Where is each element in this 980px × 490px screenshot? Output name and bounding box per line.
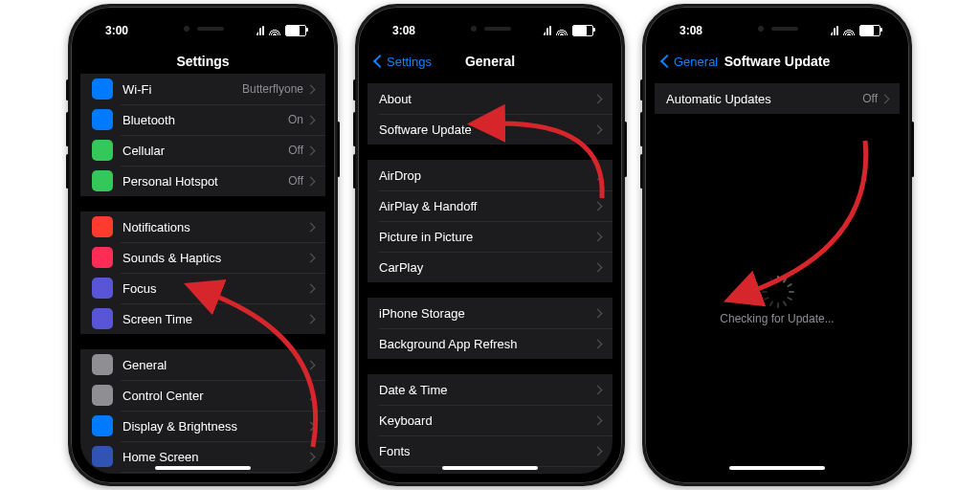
settings-row[interactable]: Display & Brightness (80, 411, 325, 441)
chevron-right-icon (306, 360, 316, 369)
settings-row[interactable]: CellularOff (80, 135, 325, 166)
chevron-right-icon (593, 308, 603, 318)
settings-group: AboutSoftware Update (368, 83, 612, 145)
chevron-right-icon (593, 262, 603, 272)
row-label: Screen Time (122, 312, 307, 326)
home-indicator[interactable] (729, 466, 825, 470)
row-label: Control Center (122, 389, 307, 403)
update-status: Checking for Update... (655, 281, 900, 325)
settings-row[interactable]: General (80, 349, 325, 380)
chevron-right-icon (593, 232, 603, 241)
settings-row[interactable]: About (368, 83, 612, 114)
chevron-right-icon (593, 339, 603, 348)
row-label: Keyboard (379, 413, 594, 428)
phone-settings: 3:00 Settings Wi-FiButterflyoneBluetooth… (68, 4, 338, 486)
general-list[interactable]: AboutSoftware UpdateAirDropAirPlay & Han… (368, 83, 612, 474)
spinner-icon (767, 281, 788, 302)
chevron-right-icon (593, 170, 603, 180)
chevron-right-icon (306, 222, 316, 232)
row-label: Software Update (379, 122, 594, 137)
chevron-right-icon (306, 283, 316, 293)
settings-row[interactable]: Picture in Picture (368, 221, 612, 252)
settings-group: Date & TimeKeyboardFontsLanguage & Regio… (368, 374, 612, 474)
back-button[interactable]: Settings (375, 55, 432, 69)
focus-icon (92, 278, 113, 299)
bluetooth-icon (92, 109, 113, 130)
row-label: Fonts (379, 444, 594, 458)
status-time: 3:08 (679, 24, 702, 37)
page-title: Settings (176, 54, 229, 69)
settings-row[interactable]: Background App Refresh (368, 328, 612, 359)
settings-row[interactable]: Date & Time (368, 374, 612, 405)
settings-row[interactable]: Wi-FiButterflyone (80, 74, 325, 104)
settings-group: AirDropAirPlay & HandoffPicture in Pictu… (368, 160, 612, 282)
row-label: Cellular (122, 144, 288, 158)
back-button[interactable]: General (662, 55, 718, 69)
settings-row[interactable]: Software Update (368, 114, 612, 145)
row-automatic-updates[interactable]: Automatic Updates Off (655, 83, 900, 114)
wifi-icon (268, 26, 281, 35)
chevron-right-icon (593, 124, 603, 134)
settings-list[interactable]: Wi-FiButterflyoneBluetoothOnCellularOffP… (80, 74, 325, 474)
wifi-icon (555, 26, 568, 35)
battery-icon (572, 25, 593, 36)
chevron-right-icon (306, 115, 316, 124)
row-label: General (122, 358, 307, 372)
hotspot-icon (92, 170, 113, 191)
chevron-right-icon (593, 446, 603, 456)
chevron-right-icon (306, 314, 316, 323)
settings-group: Wi-FiButterflyoneBluetoothOnCellularOffP… (80, 74, 325, 196)
chevron-right-icon (306, 452, 316, 461)
row-label: AirPlay & Handoff (379, 199, 594, 213)
settings-row[interactable]: BluetoothOn (80, 104, 325, 135)
row-label: Background App Refresh (379, 337, 594, 351)
chevron-right-icon (306, 145, 316, 155)
chevron-right-icon (593, 415, 603, 425)
row-label: iPhone Storage (379, 306, 594, 321)
battery-icon (859, 25, 880, 36)
phone-general: 3:08 Settings General AboutSoftware Upda… (355, 4, 625, 486)
screentime-icon (92, 308, 113, 329)
row-label: Sounds & Haptics (122, 251, 307, 265)
settings-row[interactable]: Sounds & Haptics (80, 242, 325, 273)
chevron-right-icon (306, 176, 316, 186)
row-label: CarPlay (379, 260, 594, 275)
row-value: Off (288, 174, 303, 188)
status-text: Checking for Update... (655, 312, 900, 325)
controlcenter-icon (92, 385, 113, 406)
row-value: Off (288, 144, 303, 157)
row-label: Wi-Fi (122, 82, 242, 97)
settings-row[interactable]: CarPlay (368, 252, 612, 282)
nav-bar: General Software Update (655, 45, 900, 78)
row-label: Home Screen (122, 450, 307, 464)
settings-row[interactable]: Accessibility (80, 472, 325, 474)
home-indicator[interactable] (442, 466, 538, 470)
three-phone-tutorial: 3:00 Settings Wi-FiButterflyoneBluetooth… (0, 0, 980, 490)
row-value: On (288, 113, 303, 126)
settings-row[interactable]: Personal HotspotOff (80, 166, 325, 196)
row-label: AirDrop (379, 168, 594, 183)
settings-row[interactable]: Notifications (80, 212, 325, 242)
settings-row[interactable]: AirPlay & Handoff (368, 190, 612, 221)
settings-row[interactable]: iPhone Storage (368, 298, 612, 328)
wifi-icon (842, 26, 856, 35)
chevron-right-icon (593, 385, 603, 394)
general-icon (92, 354, 113, 375)
settings-row[interactable]: Focus (80, 273, 325, 303)
row-value: Off (862, 92, 878, 105)
chevron-right-icon (306, 390, 316, 400)
display-icon (92, 415, 113, 436)
battery-icon (285, 25, 306, 36)
settings-row[interactable]: Control Center (80, 380, 325, 411)
settings-group: NotificationsSounds & HapticsFocusScreen… (80, 212, 325, 334)
nav-bar: Settings (80, 45, 325, 78)
home-indicator[interactable] (155, 466, 251, 470)
row-label: Personal Hotspot (122, 174, 288, 189)
page-title: General (465, 54, 515, 69)
row-label: Picture in Picture (379, 230, 594, 244)
settings-row[interactable]: Fonts (368, 435, 612, 466)
settings-row[interactable]: Screen Time (80, 303, 325, 334)
chevron-left-icon (373, 55, 387, 68)
settings-row[interactable]: Keyboard (368, 405, 612, 435)
settings-row[interactable]: AirDrop (368, 160, 612, 190)
